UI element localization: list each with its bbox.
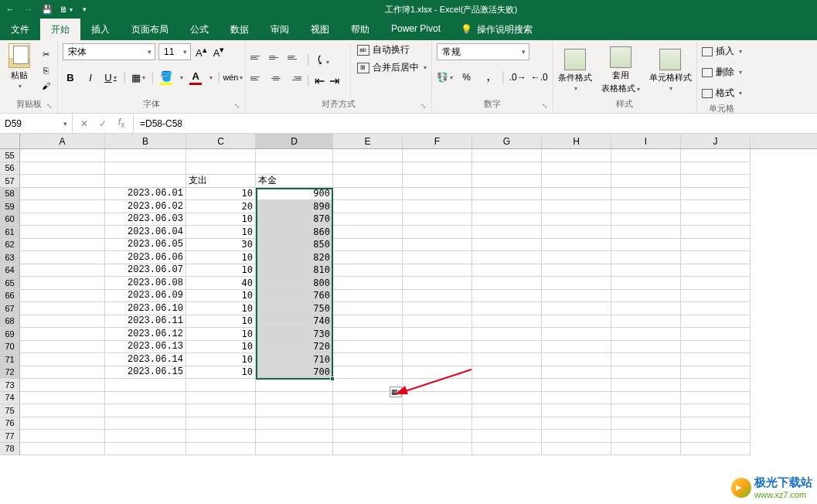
tab-pagelayout[interactable]: 页面布局 — [121, 19, 179, 40]
cell-J63[interactable] — [681, 251, 751, 264]
cell-B60[interactable]: 2023.06.03 — [105, 213, 186, 226]
cell-H75[interactable] — [542, 404, 611, 417]
cell-C58[interactable]: 10 — [186, 188, 256, 201]
cell-C56[interactable] — [186, 162, 256, 175]
cell-A69[interactable] — [20, 328, 105, 341]
cell-C67[interactable]: 10 — [186, 302, 256, 315]
cell-A60[interactable] — [20, 213, 105, 226]
align-right-button[interactable] — [288, 73, 301, 84]
cell-E59[interactable] — [333, 200, 403, 213]
cell-I76[interactable] — [611, 417, 681, 431]
tell-me-search[interactable]: 💡 操作说明搜索 — [451, 19, 542, 40]
cell-G69[interactable] — [472, 328, 542, 341]
font-size-selector[interactable]: 11 — [158, 43, 191, 60]
cell-D68[interactable]: 740 — [256, 315, 333, 329]
cell-E61[interactable] — [333, 226, 403, 239]
col-header-J[interactable]: J — [681, 134, 751, 148]
cell-I55[interactable] — [611, 149, 681, 162]
cell-A76[interactable] — [20, 417, 105, 431]
cell-B57[interactable] — [105, 175, 186, 188]
cell-A68[interactable] — [20, 315, 105, 329]
cell-I66[interactable] — [611, 290, 681, 303]
border-button[interactable]: ▦▾ — [131, 70, 146, 85]
cell-I62[interactable] — [611, 239, 681, 252]
cell-H70[interactable] — [542, 341, 611, 354]
cell-styles-button[interactable]: 单元格样式▾ — [649, 49, 692, 92]
cell-I67[interactable] — [611, 302, 681, 315]
cell-J68[interactable] — [681, 315, 751, 329]
cell-C73[interactable] — [186, 379, 256, 392]
cell-I59[interactable] — [611, 200, 681, 213]
cell-B68[interactable]: 2023.06.11 — [105, 315, 186, 329]
cell-H71[interactable] — [542, 353, 611, 366]
cell-J65[interactable] — [681, 277, 751, 290]
italic-button[interactable]: I — [83, 70, 98, 85]
row-header-78[interactable]: 78 — [0, 443, 20, 456]
spreadsheet-grid[interactable]: ABCDEFGHIJ 555657支出本金582023.06.011090059… — [0, 134, 817, 504]
qat-customize-icon[interactable]: ▾ — [79, 4, 90, 15]
cell-H67[interactable] — [542, 302, 611, 315]
delete-cells-button[interactable]: 删除▾ — [702, 64, 742, 80]
percent-button[interactable]: % — [458, 70, 475, 85]
cell-G56[interactable] — [472, 162, 542, 175]
cell-E58[interactable] — [333, 188, 403, 201]
row-header-58[interactable]: 58 — [0, 188, 20, 201]
cell-H78[interactable] — [542, 443, 611, 456]
row-header-61[interactable]: 61 — [0, 226, 20, 239]
cell-A62[interactable] — [20, 239, 105, 252]
align-middle-button[interactable] — [269, 53, 283, 63]
cell-C61[interactable]: 10 — [186, 226, 256, 239]
cell-E68[interactable] — [333, 315, 403, 329]
cell-I71[interactable] — [611, 353, 681, 366]
cell-C71[interactable]: 10 — [186, 353, 256, 366]
cell-H74[interactable] — [542, 392, 611, 405]
cell-D63[interactable]: 820 — [256, 251, 333, 264]
cell-G64[interactable] — [472, 264, 542, 278]
cell-I75[interactable] — [611, 404, 681, 417]
format-as-table-button[interactable]: 套用 表格格式▾ — [601, 46, 640, 94]
cell-H61[interactable] — [542, 226, 611, 239]
tab-data[interactable]: 数据 — [220, 19, 260, 40]
cell-C62[interactable]: 30 — [186, 239, 256, 252]
cell-G75[interactable] — [472, 404, 542, 417]
cell-B66[interactable]: 2023.06.09 — [105, 290, 186, 303]
cell-G77[interactable] — [472, 430, 542, 443]
cell-I78[interactable] — [611, 443, 681, 456]
cell-A58[interactable] — [20, 188, 105, 201]
cell-C60[interactable]: 10 — [186, 213, 256, 226]
cell-F68[interactable] — [403, 315, 472, 329]
cell-F55[interactable] — [403, 149, 472, 162]
cell-J66[interactable] — [681, 290, 751, 303]
cell-G70[interactable] — [472, 341, 542, 354]
cell-I61[interactable] — [611, 226, 681, 239]
cell-D69[interactable]: 730 — [256, 328, 333, 341]
cell-G58[interactable] — [472, 188, 542, 201]
row-header-56[interactable]: 56 — [0, 162, 20, 175]
tab-insert[interactable]: 插入 — [80, 19, 121, 40]
cell-E78[interactable] — [333, 443, 403, 456]
cell-I57[interactable] — [611, 175, 681, 188]
paste-button[interactable]: 粘贴 ▾ — [5, 43, 34, 97]
format-painter-button[interactable]: 🖌 — [39, 80, 53, 92]
row-header-70[interactable]: 70 — [0, 341, 20, 354]
cell-E70[interactable] — [333, 341, 403, 354]
cell-J77[interactable] — [681, 430, 751, 443]
cell-F65[interactable] — [403, 277, 472, 290]
font-color-button[interactable]: A — [188, 70, 203, 85]
cell-A75[interactable] — [20, 404, 105, 417]
cell-E64[interactable] — [333, 264, 403, 278]
cell-F61[interactable] — [403, 226, 472, 239]
cell-E77[interactable] — [333, 430, 403, 443]
cell-I56[interactable] — [611, 162, 681, 175]
cell-G59[interactable] — [472, 200, 542, 213]
dialog-launcher-icon[interactable]: ⤡ — [234, 102, 240, 110]
cell-J69[interactable] — [681, 328, 751, 341]
cell-F66[interactable] — [403, 290, 472, 303]
cell-F60[interactable] — [403, 213, 472, 226]
insert-cells-button[interactable]: 插入▾ — [702, 43, 742, 60]
cell-H76[interactable] — [542, 417, 611, 431]
cell-D60[interactable]: 870 — [256, 213, 333, 226]
cell-D64[interactable]: 810 — [256, 264, 333, 278]
cell-J70[interactable] — [681, 341, 751, 354]
cell-H64[interactable] — [542, 264, 611, 278]
